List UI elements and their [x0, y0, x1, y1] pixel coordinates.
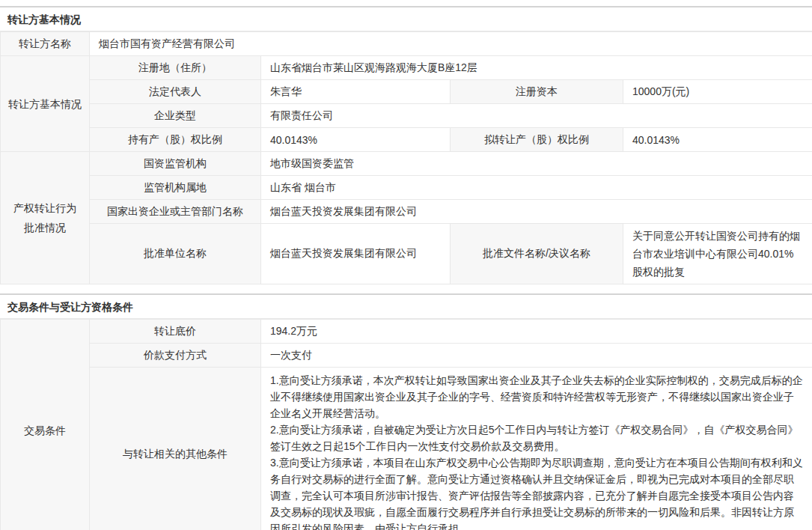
transfer-ratio-value: 40.0143%	[623, 128, 812, 152]
table-row: 监管机构属地 山东省 烟台市	[1, 176, 812, 200]
other-conditions-label: 与转让相关的其他条件	[90, 368, 261, 530]
approval-group-label: 产权转让行为 批准情况	[1, 152, 90, 284]
other-conditions-value: 1.意向受让方须承诺，本次产权转让如导致国家出资企业及其子企业失去标的企业实际控…	[261, 368, 812, 530]
payment-method-label: 价款支付方式	[90, 344, 261, 368]
table-row: 企业类型 有限责任公司	[1, 104, 812, 128]
floor-price-value: 194.2万元	[261, 320, 812, 344]
approval-unit-value: 烟台蓝天投资发展集团有限公司	[261, 224, 451, 284]
state-enterprise-label: 国家出资企业或主管部门名称	[90, 200, 261, 224]
section-title: 转让方基本情况	[0, 7, 812, 31]
section-title: 交易条件与受让方资格条件	[0, 295, 812, 319]
registered-address-label: 注册地（住所）	[90, 56, 261, 80]
table-row: 批准单位名称 烟台蓝天投资发展集团有限公司 批准文件名称/决议名称 关于同意公开…	[1, 224, 812, 284]
transferor-info-table: 转让方名称 烟台市国有资产经营有限公司 转让方基本情况 注册地（住所） 山东省烟…	[0, 31, 812, 284]
section-trade-conditions: 交易条件与受让方资格条件 交易条件 转让底价 194.2万元 价款支付方式 一次…	[0, 293, 812, 530]
table-row: 与转让相关的其他条件 1.意向受让方须承诺，本次产权转让如导致国家出资企业及其子…	[1, 368, 812, 530]
table-row: 法定代表人 朱言华 注册资本 10000万(元)	[1, 80, 812, 104]
approval-unit-label: 批准单位名称	[90, 224, 261, 284]
table-row: 交易条件 转让底价 194.2万元	[1, 320, 812, 344]
transfer-ratio-label: 拟转让产（股）权比例	[451, 128, 623, 152]
legal-rep-label: 法定代表人	[90, 80, 261, 104]
held-ratio-value: 40.0143%	[261, 128, 451, 152]
table-row: 国家出资企业或主管部门名称 烟台蓝天投资发展集团有限公司	[1, 200, 812, 224]
legal-rep-value: 朱言华	[261, 80, 451, 104]
table-row: 转让方基本情况 注册地（住所） 山东省烟台市莱山区观海路观海大厦B座12层	[1, 56, 812, 80]
basic-group-label: 转让方基本情况	[1, 56, 90, 152]
document: 转让方基本情况 转让方名称 烟台市国有资产经营有限公司 转让方基本情况 注册地（…	[0, 0, 812, 530]
regulator-label: 国资监管机构	[90, 152, 261, 176]
transferor-name-value: 烟台市国有资产经营有限公司	[90, 32, 812, 56]
floor-price-label: 转让底价	[90, 320, 261, 344]
enterprise-type-value: 有限责任公司	[261, 104, 812, 128]
state-enterprise-value: 烟台蓝天投资发展集团有限公司	[261, 200, 812, 224]
approval-doc-value: 关于同意公开转让国资公司持有的烟台市农业培训中心有限公司40.01%股权的批复	[623, 224, 812, 284]
table-row: 产权转让行为 批准情况 国资监管机构 地市级国资委监管	[1, 152, 812, 176]
registered-capital-label: 注册资本	[451, 80, 623, 104]
trade-conditions-table: 交易条件 转让底价 194.2万元 价款支付方式 一次支付 与转让相关的其他条件…	[0, 319, 812, 530]
approval-doc-label: 批准文件名称/决议名称	[451, 224, 623, 284]
transferor-name-label: 转让方名称	[1, 32, 90, 56]
registered-capital-value: 10000万(元)	[623, 80, 812, 104]
section-transferor-info: 转让方基本情况 转让方名称 烟台市国有资产经营有限公司 转让方基本情况 注册地（…	[0, 6, 812, 284]
table-row: 持有产（股）权比例 40.0143% 拟转让产（股）权比例 40.0143%	[1, 128, 812, 152]
trade-group-label: 交易条件	[1, 320, 90, 530]
payment-method-value: 一次支付	[261, 344, 812, 368]
held-ratio-label: 持有产（股）权比例	[90, 128, 261, 152]
registered-address-value: 山东省烟台市莱山区观海路观海大厦B座12层	[261, 56, 812, 80]
enterprise-type-label: 企业类型	[90, 104, 261, 128]
regulator-region-value: 山东省 烟台市	[261, 176, 812, 200]
regulator-region-label: 监管机构属地	[90, 176, 261, 200]
table-row: 价款支付方式 一次支付	[1, 344, 812, 368]
regulator-value: 地市级国资委监管	[261, 152, 812, 176]
table-row: 转让方名称 烟台市国有资产经营有限公司	[1, 32, 812, 56]
